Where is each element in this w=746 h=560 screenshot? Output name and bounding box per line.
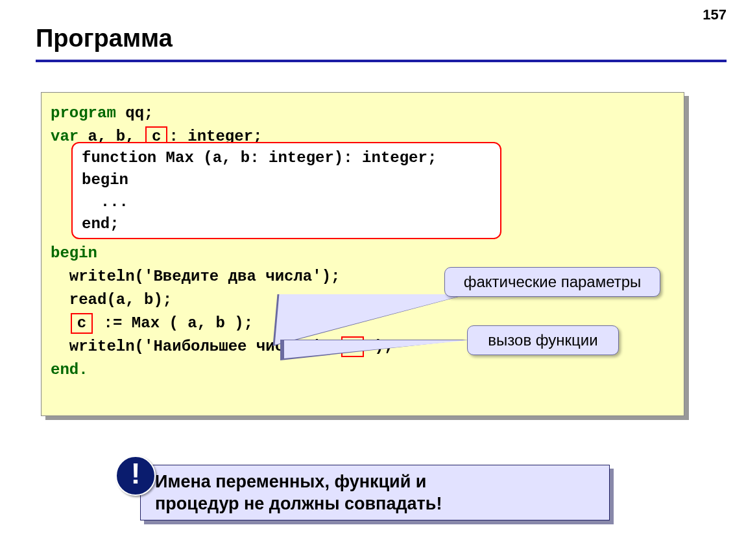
code-block: program qq; var a, b, c: integer; begin … (41, 92, 684, 416)
note-line: Имена переменных, функций и (155, 471, 601, 493)
note-line: процедур не должны совпадать! (155, 493, 601, 515)
callout-pointer (284, 340, 468, 358)
exclamation-badge-icon: ! (115, 456, 156, 496)
function-definition-box: function Max (a, b: integer): integer; b… (71, 142, 501, 239)
keyword-program: program (51, 104, 116, 122)
code-text: ... (82, 193, 128, 211)
code-text: begin (82, 171, 128, 189)
code-text: := Max ( a, b ); (94, 314, 253, 332)
page-title: Программа (36, 25, 173, 52)
page-number: 157 (703, 6, 727, 23)
code-text: end; (82, 215, 119, 233)
highlight-assign-c: c (71, 313, 93, 334)
keyword-begin: begin (51, 244, 97, 262)
code-text: function Max (a, b: integer): integer; (82, 149, 437, 167)
note-box: Имена переменных, функций и процедур не … (140, 465, 610, 520)
title-underline (36, 60, 727, 62)
callout-function-call: вызов функции (467, 325, 619, 355)
callout-actual-params: фактические параметры (444, 267, 660, 297)
callout-pointer (275, 294, 468, 345)
code-text: writeln('Введите два числа'); (51, 268, 340, 285)
code-text: read(a, b); (51, 291, 172, 309)
keyword-end: end. (51, 361, 88, 379)
code-text: qq; (116, 104, 154, 122)
